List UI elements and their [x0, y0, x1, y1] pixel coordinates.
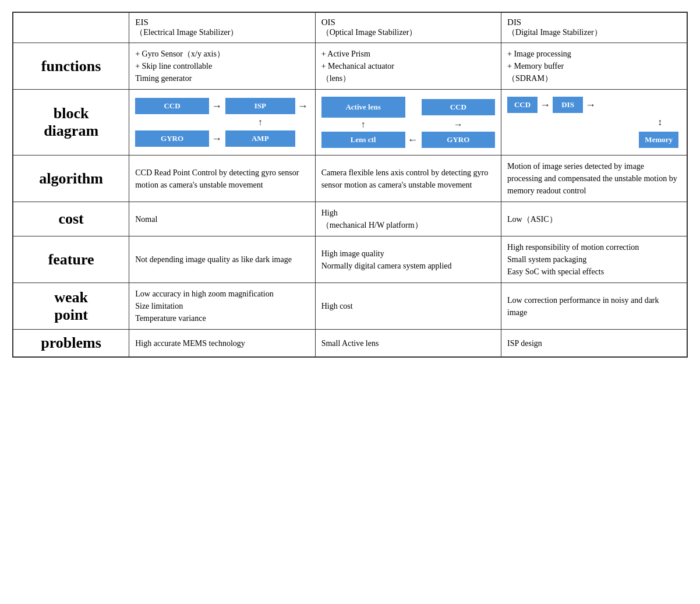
- eis-problems: High accurate MEMS technology: [129, 330, 315, 358]
- dis-weak-point: Low correction performance in noisy and …: [501, 283, 687, 330]
- label-feature: feature: [13, 236, 129, 283]
- label-weak-point: weakpoint: [13, 283, 129, 330]
- eis-feature-text: Not depending image quality as like dark…: [135, 253, 309, 266]
- eis-functions: + Gyro Sensor（x/y axis） + Skip line cont…: [129, 43, 315, 90]
- arrow-dis-out: →: [585, 99, 596, 111]
- label-block-diagram: blockdiagram: [13, 90, 129, 156]
- eis-subtitle: （Electrical Image Stabilizer）: [135, 27, 309, 38]
- label-algorithm: algorithm: [13, 156, 129, 202]
- ois-ccd-block: CCD: [422, 99, 496, 115]
- row-algorithm: algorithm CCD Read Point Control by dete…: [13, 156, 687, 202]
- eis-algorithm-text: CCD Read Point Control by detecting gyro…: [135, 167, 309, 191]
- dis-memory-block: Memory: [639, 132, 678, 148]
- arrow-lensctl-activelens: ↑: [321, 119, 405, 130]
- arrow-ccd-dis: →: [540, 99, 550, 111]
- row-functions: functions + Gyro Sensor（x/y axis） + Skip…: [13, 43, 687, 90]
- ois-cost-text: High （mechanical H/W platform）: [321, 207, 495, 231]
- dis-feature: High responsibility of motion correction…: [501, 236, 687, 283]
- eis-isp-block: ISP: [225, 98, 295, 114]
- eis-cost-text: Nomal: [135, 213, 309, 225]
- header-dis: DIS （Digital Image Stabilizer）: [501, 12, 687, 43]
- ois-lensctl-block: Lens ctl: [321, 132, 405, 148]
- eis-algorithm: CCD Read Point Control by detecting gyro…: [129, 156, 315, 202]
- dis-weak-point-text: Low correction performance in noisy and …: [507, 294, 681, 319]
- dis-algorithm: Motion of image series detected by image…: [501, 156, 687, 202]
- eis-ccd-block: CCD: [135, 98, 209, 114]
- arrow-ccd-down: →: [422, 119, 496, 130]
- dis-algorithm-text: Motion of image series detected by image…: [507, 160, 681, 197]
- eis-problems-text: High accurate MEMS technology: [135, 337, 309, 349]
- row-problems: problems High accurate MEMS technology S…: [13, 330, 687, 358]
- header-empty: [13, 12, 129, 43]
- ois-problems: Small Active lens: [315, 330, 501, 358]
- ois-activelens-block: Active lens: [321, 97, 405, 118]
- ois-algorithm-text: Camera flexible lens axis control by det…: [321, 167, 495, 191]
- arrow-amp-isp: ↑: [225, 117, 295, 128]
- ois-subtitle: （Optical Image Stabilizer）: [321, 27, 495, 38]
- arrow-dis-memory: ↕: [657, 118, 662, 127]
- eis-weak-point-text: Low accuracy in high zoom magnification …: [135, 288, 309, 324]
- dis-functions: + Image processing + Memory buffer （SDRA…: [501, 43, 687, 90]
- dis-cost: Low（ASIC）: [501, 202, 687, 236]
- header-ois: OIS （Optical Image Stabilizer）: [315, 12, 501, 43]
- eis-amp-block: AMP: [225, 130, 295, 147]
- header-eis: EIS （Electrical Image Stabilizer）: [129, 12, 315, 43]
- arrow-ccd-isp: →: [211, 100, 223, 112]
- arrow-gyro-lensctl: ←: [408, 134, 419, 146]
- ois-weak-point: High cost: [315, 283, 501, 330]
- eis-cost: Nomal: [129, 202, 315, 236]
- comparison-table: EIS （Electrical Image Stabilizer） OIS （O…: [12, 12, 688, 358]
- eis-feature: Not depending image quality as like dark…: [129, 236, 315, 283]
- dis-problems: ISP design: [501, 330, 687, 358]
- row-feature: feature Not depending image quality as l…: [13, 236, 687, 283]
- arrow-isp-out: →: [298, 100, 309, 112]
- label-cost: cost: [13, 202, 129, 236]
- ois-functions: + Active Prism + Mechanical actuator （le…: [315, 43, 501, 90]
- label-functions: functions: [13, 43, 129, 90]
- ois-feature: High image quality Normally digital came…: [315, 236, 501, 283]
- eis-diagram-cell: CCD → ISP → ↑ GYRO → AMP: [129, 90, 315, 156]
- eis-gyro-block: GYRO: [135, 130, 209, 147]
- row-weak-point: weakpoint Low accuracy in high zoom magn…: [13, 283, 687, 330]
- dis-problems-text: ISP design: [507, 337, 681, 349]
- dis-cost-text: Low（ASIC）: [507, 213, 681, 225]
- dis-dis-block: DIS: [553, 97, 583, 113]
- arrow-gyro-amp: →: [211, 133, 223, 145]
- ois-title: OIS: [321, 17, 495, 27]
- ois-diagram-cell: Active lens CCD ↑ → Lens ctl ← GYRO: [315, 90, 501, 156]
- dis-functions-text: + Image processing + Memory buffer （SDRA…: [507, 48, 681, 84]
- dis-feature-text: High responsibility of motion correction…: [507, 241, 681, 278]
- ois-gyro-block: GYRO: [422, 132, 496, 148]
- dis-diagram-cell: CCD → DIS → ↕ Memory: [501, 90, 687, 156]
- row-block-diagram: blockdiagram CCD → ISP → ↑: [13, 90, 687, 156]
- eis-weak-point: Low accuracy in high zoom magnification …: [129, 283, 315, 330]
- ois-cost: High （mechanical H/W platform）: [315, 202, 501, 236]
- ois-functions-text: + Active Prism + Mechanical actuator （le…: [321, 48, 495, 84]
- dis-title: DIS: [507, 17, 681, 27]
- dis-ccd-block: CCD: [507, 97, 538, 113]
- row-cost: cost Nomal High （mechanical H/W platform…: [13, 202, 687, 236]
- ois-weak-point-text: High cost: [321, 300, 495, 312]
- ois-feature-text: High image quality Normally digital came…: [321, 248, 495, 272]
- dis-subtitle: （Digital Image Stabilizer）: [507, 27, 681, 38]
- ois-problems-text: Small Active lens: [321, 337, 495, 349]
- eis-functions-text: + Gyro Sensor（x/y axis） + Skip line cont…: [135, 48, 309, 84]
- label-problems: problems: [13, 330, 129, 358]
- eis-title: EIS: [135, 17, 309, 27]
- ois-algorithm: Camera flexible lens axis control by det…: [315, 156, 501, 202]
